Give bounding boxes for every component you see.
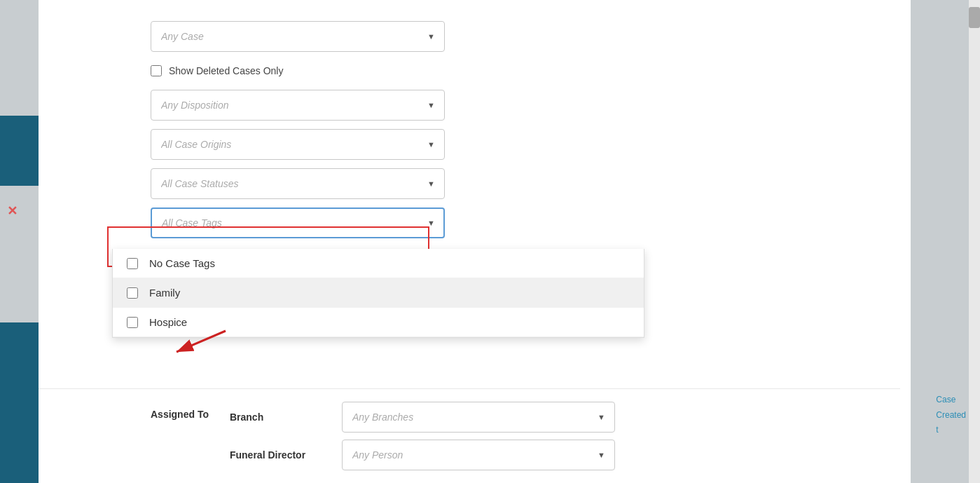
bottom-section: Assigned To Branch Any Branches ▼ Funera…	[39, 388, 900, 483]
left-sidebar-bottom	[0, 322, 39, 483]
show-deleted-row: Show Deleted Cases Only	[151, 60, 445, 81]
case-tags-dropdown-popup: No Case Tags Family Hospice	[112, 249, 644, 338]
hospice-checkbox[interactable]	[127, 317, 138, 328]
scrollbar-track[interactable]	[969, 0, 980, 483]
no-case-tags-checkbox[interactable]	[127, 258, 138, 269]
right-sidebar-text: Case Created t	[936, 393, 966, 438]
all-case-statuses-select[interactable]: All Case Statuses	[151, 168, 445, 199]
family-label: Family	[149, 287, 180, 299]
no-case-tags-item[interactable]: No Case Tags	[113, 249, 644, 278]
assigned-to-fields: Branch Any Branches ▼ Funeral Director A…	[230, 402, 615, 470]
any-case-wrapper: Any Case ▼	[151, 21, 445, 52]
family-item[interactable]: Family	[113, 278, 644, 308]
all-case-origins-wrapper: All Case Origins ▼	[151, 129, 445, 160]
branch-select[interactable]: Any Branches	[342, 402, 615, 433]
funeral-director-row: Funeral Director Any Person ▼	[230, 440, 615, 470]
assigned-to-label: Assigned To	[151, 402, 209, 420]
family-checkbox[interactable]	[127, 287, 138, 299]
funeral-director-field-label: Funeral Director	[230, 449, 328, 461]
left-sidebar-top	[0, 116, 39, 186]
show-deleted-checkbox[interactable]	[151, 65, 162, 76]
funeral-director-select[interactable]: Any Person	[342, 440, 615, 470]
any-disposition-wrapper: Any Disposition ▼	[151, 90, 445, 121]
filter-form: Any Case ▼ Show Deleted Cases Only Any D…	[151, 21, 445, 238]
branch-row: Branch Any Branches ▼	[230, 402, 615, 433]
any-disposition-select[interactable]: Any Disposition	[151, 90, 445, 121]
hospice-item[interactable]: Hospice	[113, 308, 644, 337]
hospice-label: Hospice	[149, 316, 187, 328]
all-case-tags-wrapper: All Case Tags ▼	[151, 208, 445, 238]
no-case-tags-label: No Case Tags	[149, 257, 215, 269]
show-deleted-label[interactable]: Show Deleted Cases Only	[169, 65, 283, 76]
funeral-director-select-wrapper: Any Person ▼	[342, 440, 615, 470]
all-case-statuses-wrapper: All Case Statuses ▼	[151, 168, 445, 199]
any-case-select[interactable]: Any Case	[151, 21, 445, 52]
all-case-origins-select[interactable]: All Case Origins	[151, 129, 445, 160]
close-icon[interactable]: ✕	[7, 203, 18, 219]
all-case-tags-select[interactable]: All Case Tags	[151, 208, 445, 238]
branch-select-wrapper: Any Branches ▼	[342, 402, 615, 433]
scrollbar-thumb[interactable]	[969, 7, 980, 28]
branch-field-label: Branch	[230, 411, 328, 423]
